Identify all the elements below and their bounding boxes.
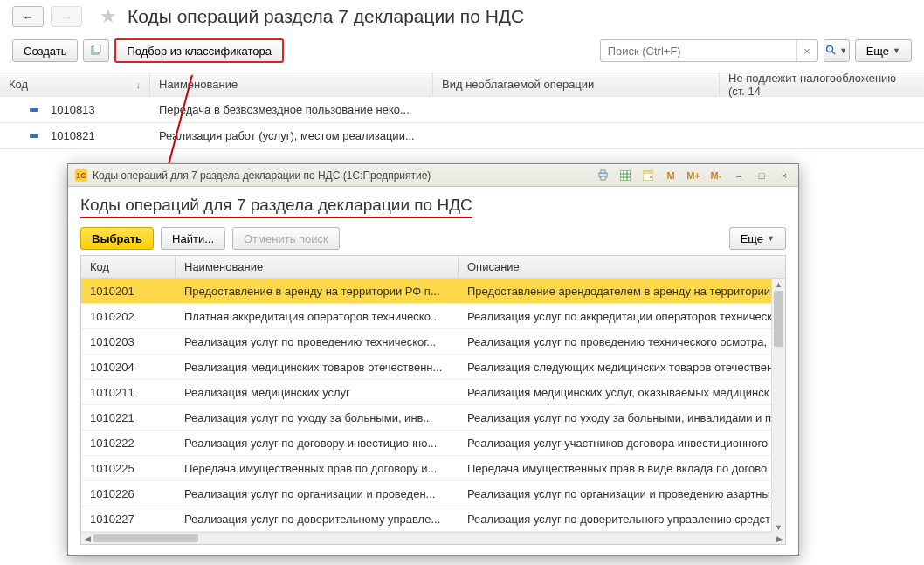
main-table: Код↓ Наименование Вид необлагаемой опера… bbox=[0, 72, 924, 149]
favorite-star-icon[interactable]: ★ bbox=[100, 5, 117, 28]
cell-code: 1010222 bbox=[81, 437, 176, 450]
svg-rect-14 bbox=[643, 171, 653, 174]
table-row[interactable]: 1010225Передача имущественных прав по до… bbox=[81, 456, 785, 481]
col-code[interactable]: Код↓ bbox=[0, 72, 150, 96]
scrollbar-thumb[interactable] bbox=[774, 291, 783, 347]
cell-name: Предоставление в аренду на территории РФ… bbox=[176, 285, 459, 298]
search-dropdown-button[interactable]: ▼ bbox=[824, 39, 850, 62]
cell-desc: Реализация медицинских услуг, оказываемы… bbox=[459, 386, 785, 399]
main-table-header: Код↓ Наименование Вид необлагаемой опера… bbox=[0, 72, 924, 97]
cell-name: Платная аккредитация операторов техничес… bbox=[176, 310, 459, 323]
more-button[interactable]: Еще ▼ bbox=[855, 39, 912, 62]
cell-code: 1010204 bbox=[81, 361, 176, 374]
scrollbar-thumb[interactable] bbox=[93, 534, 198, 542]
scroll-left-icon[interactable]: ◀ bbox=[81, 533, 93, 544]
dialog-title: Коды операций для 7 раздела декларации п… bbox=[93, 169, 431, 182]
table-row[interactable]: 1010211Реализация медицинских услугРеали… bbox=[81, 380, 785, 405]
memory-m-button[interactable]: M bbox=[662, 168, 679, 183]
horizontal-scrollbar[interactable]: ◀ ▶ bbox=[81, 532, 785, 544]
col-kind[interactable]: Вид необлагаемой операции bbox=[433, 72, 720, 96]
cell-name: Реализация услуг по договору инвестицион… bbox=[176, 437, 459, 450]
cell-name: Реализация медицинских услуг bbox=[176, 386, 459, 399]
minimize-button[interactable]: – bbox=[730, 168, 748, 183]
copy-button[interactable] bbox=[83, 39, 109, 62]
col-name[interactable]: Наименование bbox=[150, 72, 433, 96]
cell-name: Передача в безвозмездное пользование нек… bbox=[150, 103, 433, 116]
col-notax[interactable]: Не подлежит налогообложению (ст. 14 bbox=[720, 72, 924, 96]
search-box: × bbox=[600, 39, 818, 62]
calendar-icon[interactable] bbox=[639, 168, 657, 183]
table-row[interactable]: 1010202Платная аккредитация операторов т… bbox=[81, 304, 785, 329]
table-row[interactable]: 1010203Реализация услуг по проведению те… bbox=[81, 329, 785, 355]
scroll-down-icon[interactable]: ▼ bbox=[772, 521, 785, 534]
chevron-down-icon: ▼ bbox=[767, 234, 775, 243]
vertical-scrollbar[interactable]: ▲ ▼ bbox=[771, 279, 785, 534]
row-marker-icon bbox=[30, 134, 38, 138]
table-icon[interactable] bbox=[617, 168, 634, 183]
dialog-body: Коды операций для 7 раздела декларации п… bbox=[68, 187, 798, 555]
cell-name: Передача имущественных прав по договору … bbox=[176, 462, 459, 475]
cell-code: 1010202 bbox=[81, 310, 176, 323]
cell-code: 1010227 bbox=[81, 513, 176, 526]
nav-back-button[interactable]: ← bbox=[12, 6, 44, 27]
memory-mminus-button[interactable]: M- bbox=[707, 168, 725, 183]
maximize-button[interactable]: □ bbox=[753, 168, 770, 183]
cell-desc: Реализация услуг по организации и провед… bbox=[459, 487, 785, 500]
table-row[interactable]: 1010813 Передача в безвозмездное пользов… bbox=[0, 97, 924, 123]
memory-mplus-button[interactable]: M+ bbox=[685, 168, 702, 183]
pick-from-classifier-button[interactable]: Подбор из классификатора bbox=[114, 38, 284, 63]
cell-desc: Реализация услуг участников договора инв… bbox=[459, 437, 785, 450]
arrow-left-icon: ← bbox=[23, 10, 34, 24]
print-icon[interactable] bbox=[594, 168, 611, 183]
cell-code: 1010813 bbox=[51, 103, 95, 116]
create-button[interactable]: Создать bbox=[12, 39, 78, 62]
chevron-down-icon: ▼ bbox=[839, 46, 847, 55]
chevron-down-icon: ▼ bbox=[893, 46, 900, 55]
cell-code: 1010203 bbox=[81, 335, 176, 348]
dialog-table-wrap: Код Наименование Описание 1010201Предост… bbox=[80, 255, 786, 545]
svg-rect-1 bbox=[93, 45, 100, 52]
cell-code: 1010225 bbox=[81, 462, 176, 475]
cell-desc: Реализация услуг по уходу за больными, и… bbox=[459, 411, 785, 424]
cancel-find-button[interactable]: Отменить поиск bbox=[232, 227, 340, 250]
dialog-more-button[interactable]: Еще ▼ bbox=[729, 227, 786, 250]
table-row[interactable]: 1010201Предоставление в аренду на террит… bbox=[81, 279, 785, 304]
nav-forward-button[interactable]: → bbox=[51, 6, 82, 27]
table-row[interactable]: 1010204Реализация медицинских товаров от… bbox=[81, 355, 785, 380]
scroll-up-icon[interactable]: ▲ bbox=[772, 279, 785, 291]
cell-code: 1010821 bbox=[51, 129, 95, 142]
top-navigation: ← → ★ Коды операций раздела 7 декларации… bbox=[0, 0, 924, 28]
sort-arrow-icon: ↓ bbox=[136, 79, 141, 90]
table-row[interactable]: 1010821 Реализация работ (услуг), местом… bbox=[0, 123, 924, 149]
find-button[interactable]: Найти... bbox=[161, 227, 225, 250]
table-row[interactable]: 1010222Реализация услуг по договору инве… bbox=[81, 431, 785, 456]
dlg-col-name[interactable]: Наименование bbox=[176, 256, 459, 278]
svg-rect-15 bbox=[650, 176, 652, 178]
cell-name: Реализация услуг по уходу за больными, и… bbox=[176, 411, 459, 424]
table-row[interactable]: 1010221Реализация услуг по уходу за боль… bbox=[81, 405, 785, 431]
cell-name: Реализация услуг по организации и провед… bbox=[176, 487, 459, 500]
cell-name: Реализация услуг по проведению техническ… bbox=[176, 335, 459, 348]
table-row[interactable]: 1010227Реализация услуг по доверительном… bbox=[81, 506, 785, 532]
svg-point-2 bbox=[827, 45, 833, 52]
dlg-col-desc[interactable]: Описание bbox=[459, 256, 785, 278]
dialog-toolbar: Выбрать Найти... Отменить поиск Еще ▼ bbox=[80, 227, 786, 250]
table-row[interactable]: 1010226Реализация услуг по организации и… bbox=[81, 481, 785, 506]
col-code-label: Код bbox=[9, 78, 28, 91]
main-toolbar: Создать Подбор из классификатора × ▼ Еще… bbox=[0, 28, 924, 72]
search-input[interactable] bbox=[601, 40, 796, 61]
svg-line-3 bbox=[832, 52, 835, 54]
select-button[interactable]: Выбрать bbox=[80, 227, 154, 250]
scroll-right-icon[interactable]: ▶ bbox=[773, 533, 785, 544]
magnifier-icon bbox=[825, 45, 836, 58]
dialog-titlebar[interactable]: 1C Коды операций для 7 раздела деклараци… bbox=[68, 164, 798, 187]
dialog-table-header: Код Наименование Описание bbox=[81, 256, 785, 279]
dlg-col-code[interactable]: Код bbox=[81, 256, 176, 278]
close-button[interactable]: × bbox=[776, 168, 793, 183]
cell-desc: Реализация услуг по проведению техническ… bbox=[459, 335, 785, 348]
copy-icon bbox=[90, 45, 102, 57]
cell-name: Реализация работ (услуг), местом реализа… bbox=[150, 129, 433, 142]
cell-desc: Реализация услуг по доверительного управ… bbox=[459, 513, 785, 526]
svg-rect-6 bbox=[601, 170, 605, 173]
search-clear-button[interactable]: × bbox=[796, 40, 817, 61]
